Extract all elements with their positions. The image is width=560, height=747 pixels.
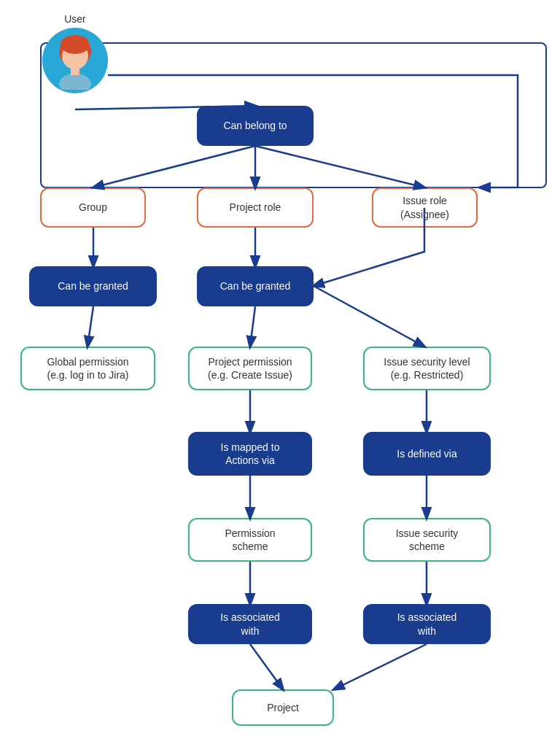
avatar-svg <box>46 31 104 90</box>
svg-point-2 <box>61 35 90 54</box>
project-node: Project <box>232 689 334 726</box>
issue-security-scheme-node: Issue security scheme <box>363 518 491 562</box>
svg-rect-4 <box>71 68 79 75</box>
user-label: User <box>64 13 86 25</box>
svg-line-20 <box>250 644 283 689</box>
associated-with-right-node: Is associated with <box>363 604 491 644</box>
can-be-granted-center-node: Can be granted <box>197 266 314 306</box>
avatar <box>42 28 108 93</box>
permission-scheme-node: Permission scheme <box>188 518 312 562</box>
can-belong-to-node: Can belong to <box>197 106 314 146</box>
is-defined-via-node: Is defined via <box>363 432 491 476</box>
svg-line-12 <box>250 306 255 347</box>
svg-line-11 <box>88 306 93 347</box>
associated-with-left-node: Is associated with <box>188 604 312 644</box>
svg-line-13 <box>314 286 424 347</box>
issue-security-level-node: Issue security level (e.g. Restricted) <box>363 347 491 390</box>
svg-line-21 <box>334 644 427 689</box>
project-permission-node: Project permission (e.g. Create Issue) <box>188 347 312 390</box>
issue-role-node: Issue role (Assignee) <box>372 187 478 228</box>
group-node: Group <box>40 187 146 228</box>
mapped-to-actions-node: Is mapped to Actions via <box>188 432 312 476</box>
global-permission-node: Global permission (e.g. log in to Jira) <box>20 347 155 390</box>
can-be-granted-left-node: Can be granted <box>29 266 157 306</box>
diagram: User Can belong to Group Project role <box>0 0 560 747</box>
project-role-node: Project role <box>197 187 314 228</box>
svg-point-3 <box>59 74 91 90</box>
user-container: User <box>42 13 108 93</box>
